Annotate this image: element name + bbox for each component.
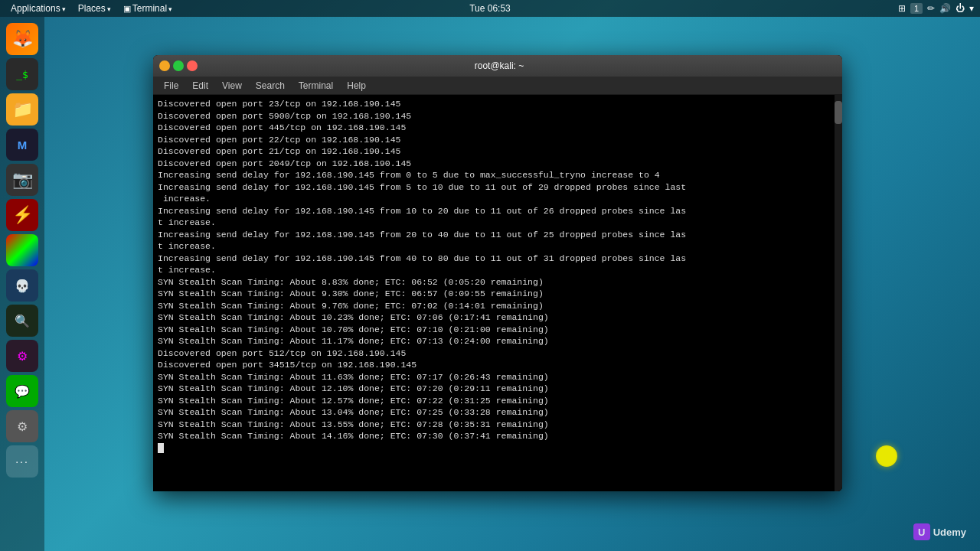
dock-item-camera[interactable]: 📷 [6, 164, 38, 196]
datetime-label: Tue 06:53 [469, 3, 511, 14]
terminal-menu[interactable]: ▣Terminal▾ [119, 2, 177, 15]
terminal-titlebar: root@kali: ~ [153, 55, 842, 77]
term-file-menu[interactable]: File [158, 79, 185, 93]
dock-item-maltego[interactable]: M [6, 129, 38, 161]
dock-item-colorpicker[interactable] [6, 234, 38, 266]
dock-item-exploits[interactable]: ⚡ [6, 199, 38, 231]
terminal-scrollbar-thumb[interactable] [835, 101, 842, 124]
pencil-icon[interactable]: ✏ [927, 3, 935, 14]
topbar-datetime: Tue 06:53 [469, 3, 511, 14]
power-icon[interactable]: ⏻ [956, 3, 965, 14]
terminal-body[interactable]: Discovered open port 23/tcp on 192.168.1… [153, 95, 842, 491]
terminal-menubar: File Edit View Search Terminal Help [153, 77, 842, 95]
topbar-right: ⊞ 1 ✏ 🔊 ⏻ ▾ [898, 3, 974, 14]
terminal-window: root@kali: ~ File Edit View Search Termi… [153, 55, 842, 491]
term-search-menu[interactable]: Search [250, 79, 291, 93]
dock-item-firefox[interactable]: 🦊 [6, 23, 38, 55]
close-button[interactable] [187, 60, 198, 71]
maximize-button[interactable] [173, 60, 184, 71]
minimize-button[interactable] [159, 60, 170, 71]
volume-icon[interactable]: 🔊 [939, 3, 951, 14]
places-menu[interactable]: Places▾ [74, 2, 116, 15]
term-terminal-menu[interactable]: Terminal [292, 79, 339, 93]
workspace-badge[interactable]: 1 [910, 3, 923, 14]
terminal-scrollbar[interactable] [835, 95, 842, 491]
terminal-title: root@kali: ~ [198, 60, 801, 71]
applications-menu[interactable]: Applications▾ [6, 2, 70, 15]
dock-item-config[interactable]: ⚙ [6, 410, 38, 442]
terminal-label: Terminal [132, 3, 167, 14]
terminal-content: Discovered open port 23/tcp on 192.168.1… [153, 95, 842, 491]
places-arrow: ▾ [107, 5, 111, 13]
dock-item-scanner[interactable]: 🔍 [6, 305, 38, 337]
dock-item-apps[interactable]: ··· [6, 445, 38, 478]
applications-label: Applications [11, 3, 60, 14]
places-label: Places [78, 3, 106, 14]
titlebar-buttons [159, 60, 198, 71]
dock-item-msf[interactable]: ⚙ [6, 340, 38, 372]
topbar: Applications▾ Places▾ ▣Terminal▾ Tue 06:… [0, 0, 980, 17]
terminal-arrow: ▾ [168, 5, 172, 13]
sidebar-dock: 🦊 _$ 📁 M 📷 ⚡ 💀 🔍 ⚙ 💬 ⚙ ··· [0, 17, 44, 551]
dock-item-terminal[interactable]: _$ [6, 58, 38, 90]
dock-item-files[interactable]: 📁 [6, 93, 38, 126]
topbar-left: Applications▾ Places▾ ▣Terminal▾ [6, 2, 177, 15]
term-view-menu[interactable]: View [216, 79, 248, 93]
udemy-badge: U Udemy [913, 523, 966, 540]
terminal-cursor [158, 443, 164, 453]
udemy-logo-letter: U [918, 527, 925, 538]
term-edit-menu[interactable]: Edit [186, 79, 214, 93]
applications-arrow: ▾ [62, 5, 66, 13]
term-help-menu[interactable]: Help [341, 79, 372, 93]
yellow-cursor [876, 445, 897, 467]
terminal-icon: ▣ [123, 4, 131, 13]
network-icon[interactable]: ⊞ [898, 3, 906, 14]
dock-item-metasploit[interactable]: 💀 [6, 269, 38, 302]
menu-icon[interactable]: ▾ [969, 3, 974, 14]
udemy-logo-icon: U [913, 523, 930, 540]
udemy-label: Udemy [933, 527, 966, 538]
dock-item-chat[interactable]: 💬 [6, 375, 38, 407]
